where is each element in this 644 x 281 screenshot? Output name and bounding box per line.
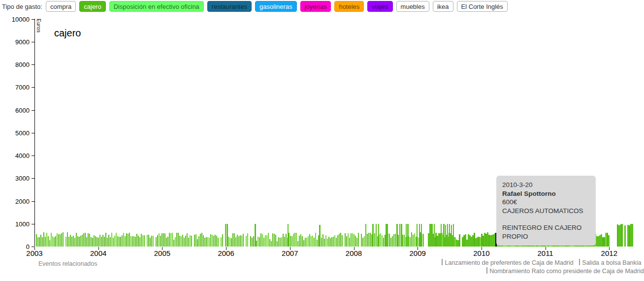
- bar[interactable]: [191, 236, 193, 247]
- y-tick: [32, 224, 34, 224]
- bar[interactable]: [319, 225, 321, 247]
- bar[interactable]: [63, 232, 64, 247]
- x-tick-label: 2003: [19, 249, 50, 257]
- x-tick-label: 2009: [402, 249, 433, 257]
- bar[interactable]: [378, 224, 380, 247]
- y-tick: [32, 133, 34, 133]
- y-tick: [32, 178, 34, 179]
- bar[interactable]: [225, 224, 226, 247]
- bar[interactable]: [406, 224, 407, 247]
- x-tick-label: 2004: [83, 249, 114, 257]
- bar[interactable]: [399, 224, 401, 247]
- bar[interactable]: [459, 234, 460, 247]
- x-tick-label: 2012: [593, 249, 625, 257]
- y-tick-label: 1000: [4, 220, 30, 228]
- bar[interactable]: [288, 224, 289, 247]
- y-tick: [32, 110, 34, 111]
- bar[interactable]: [358, 233, 359, 247]
- bar[interactable]: [453, 224, 454, 247]
- bar[interactable]: [255, 224, 256, 247]
- y-tick: [32, 201, 34, 202]
- bar[interactable]: [417, 224, 418, 247]
- x-tick-label: 2005: [146, 249, 178, 257]
- y-tick-label: 5000: [4, 129, 30, 137]
- x-tick-label: 2011: [530, 249, 561, 257]
- y-tick-label: 6000: [4, 107, 30, 114]
- bar[interactable]: [449, 224, 451, 247]
- bar[interactable]: [372, 224, 374, 247]
- bar[interactable]: [432, 224, 433, 247]
- bar[interactable]: [144, 235, 145, 247]
- event-label: Nombramiento Rato como presidente de Caj…: [489, 268, 644, 275]
- bar[interactable]: [447, 224, 449, 247]
- y-tick-label: 4000: [4, 152, 30, 159]
- bar[interactable]: [153, 236, 154, 247]
- bar[interactable]: [222, 234, 224, 247]
- bar[interactable]: [396, 224, 398, 247]
- bar[interactable]: [342, 235, 343, 247]
- bar[interactable]: [226, 224, 228, 247]
- event-tick: [579, 259, 580, 265]
- bar[interactable]: [407, 224, 409, 247]
- y-axis: [34, 19, 35, 247]
- event-tick: [442, 259, 443, 265]
- y-tick-label: 3000: [4, 175, 30, 182]
- bar[interactable]: [632, 224, 633, 247]
- x-tick-label: 2006: [210, 249, 242, 257]
- y-tick: [32, 156, 34, 156]
- bar[interactable]: [247, 233, 249, 247]
- bar[interactable]: [376, 224, 377, 247]
- y-tick-label: 10000: [4, 16, 30, 23]
- bar[interactable]: [624, 225, 626, 247]
- bar[interactable]: [423, 234, 424, 247]
- event-tick: [486, 267, 487, 274]
- x-tick-label: 2008: [338, 249, 370, 257]
- bar[interactable]: [434, 224, 435, 247]
- bar[interactable]: [243, 234, 244, 247]
- bar[interactable]: [443, 224, 445, 247]
- bar[interactable]: [401, 224, 402, 247]
- tooltip-amount: 600€: [502, 198, 590, 207]
- y-tick-label: 2000: [4, 198, 30, 205]
- bar[interactable]: [387, 224, 388, 247]
- bar[interactable]: [421, 224, 422, 247]
- chart-title: cajero: [54, 28, 81, 39]
- tooltip-name: Rafael Spottorno: [502, 189, 590, 198]
- tooltip-category: CAJEROS AUTOMATICOS: [502, 207, 590, 216]
- bar[interactable]: [365, 224, 367, 247]
- tooltip: 2010-3-20 Rafael Spottorno 600€ CAJEROS …: [496, 176, 596, 246]
- y-tick: [32, 87, 34, 88]
- y-tick: [32, 19, 34, 20]
- event-label: Salida a bolsa Bankia: [582, 259, 641, 266]
- bar[interactable]: [608, 235, 610, 247]
- x-tick-label: 2010: [466, 249, 497, 257]
- y-axis-title: Euros: [36, 19, 41, 33]
- bar[interactable]: [451, 225, 452, 247]
- bar[interactable]: [621, 224, 623, 247]
- tooltip-spacer: [502, 215, 590, 223]
- y-tick-label: 7000: [4, 84, 30, 91]
- x-tick-label: 2007: [274, 249, 306, 257]
- tooltip-detail: REINTEGRO EN CAJERO PROPIO: [502, 223, 590, 241]
- y-tick: [32, 42, 34, 42]
- y-tick-label: 8000: [4, 61, 30, 68]
- bar[interactable]: [441, 224, 442, 247]
- bar[interactable]: [445, 225, 447, 247]
- expense-chart[interactable]: 0100020003000400050006000700080009000100…: [0, 0, 644, 281]
- event-label: Lanzamiento de preferentes de Caja de Ma…: [445, 259, 573, 266]
- y-tick: [32, 64, 34, 65]
- events-axis-label: Eventos relacionados: [38, 260, 97, 267]
- tooltip-date: 2010-3-20: [502, 181, 590, 189]
- expenses-visualization: Tipo de gasto: compracajeroDisposición e…: [0, 0, 644, 281]
- bar[interactable]: [218, 238, 219, 247]
- y-tick-label: 9000: [4, 38, 30, 46]
- bar[interactable]: [419, 224, 420, 247]
